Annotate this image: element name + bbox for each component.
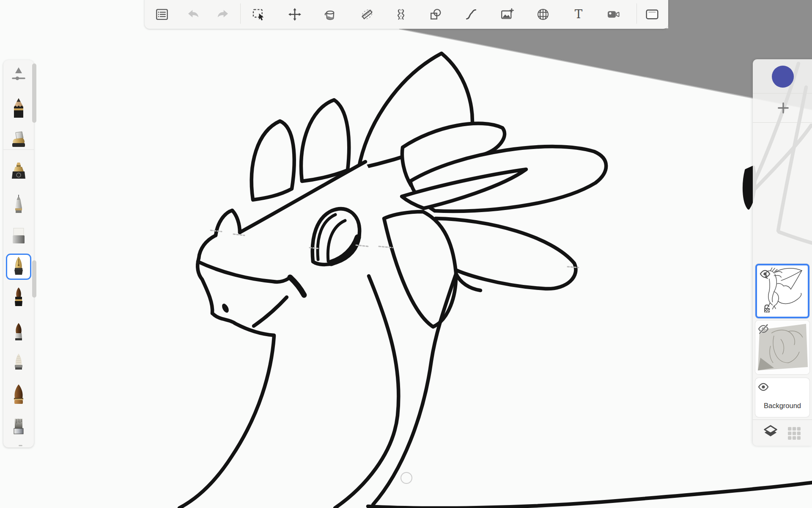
layers-panel: Background — [753, 59, 812, 446]
app-window: T — [0, 0, 812, 508]
tool-fountain-pen[interactable] — [8, 254, 30, 279]
undo-icon — [186, 7, 200, 22]
redo-button — [214, 5, 232, 24]
symmetry-button[interactable] — [392, 5, 410, 24]
marker-tool-icon — [9, 161, 28, 183]
layer-item-dragon[interactable] — [755, 264, 809, 318]
stroke-size-tool-icon — [9, 64, 28, 86]
image-add-icon — [500, 7, 514, 22]
menu-list-icon — [155, 7, 169, 22]
layers-stack-icon — [762, 423, 779, 440]
camera-button[interactable] — [604, 5, 623, 24]
tool-flat-brush[interactable] — [8, 415, 30, 440]
tool-panel-handle[interactable] — [19, 445, 22, 446]
flat-brush-tool-icon — [9, 417, 28, 439]
tool-fineliner[interactable] — [8, 192, 30, 217]
perspective-grid-icon — [536, 7, 550, 22]
top-toolbar: T — [145, 0, 668, 29]
pencil-tool-icon — [9, 97, 28, 119]
eraser-tool-icon — [9, 225, 28, 247]
layers-view-button[interactable] — [762, 423, 779, 439]
drawing-canvas[interactable] — [0, 0, 812, 508]
fill-bucket-icon — [323, 7, 337, 22]
symmetry-icon — [394, 7, 408, 22]
text-button[interactable]: T — [569, 5, 588, 24]
layer-visibility-toggle[interactable] — [759, 268, 771, 278]
layer-visibility-toggle[interactable] — [757, 323, 769, 333]
shapes-icon — [428, 7, 443, 22]
add-layer-button[interactable] — [776, 100, 791, 116]
layer-item-background[interactable]: Background — [755, 378, 809, 417]
alpha-lock-icon[interactable] — [761, 303, 772, 314]
brush-pen-tool-icon — [9, 286, 28, 308]
layer-visibility-toggle[interactable] — [757, 381, 769, 391]
eye-off-icon — [757, 323, 769, 335]
active-color-swatch[interactable] — [772, 66, 794, 88]
curve-button[interactable] — [462, 5, 480, 24]
perspective-button[interactable] — [534, 5, 552, 24]
tool-round-brush[interactable] — [8, 320, 30, 345]
svg-text:T: T — [575, 7, 583, 21]
redo-icon — [216, 7, 230, 22]
camera-icon — [606, 7, 620, 22]
gallery-grid-button[interactable] — [786, 424, 803, 440]
tool-stroke-size[interactable] — [8, 63, 30, 88]
stylus-cursor-ring — [401, 472, 412, 484]
dry-brush-tool-icon — [9, 352, 28, 374]
move-icon — [288, 7, 302, 22]
grid-icon — [786, 424, 803, 441]
tool-scrollbar[interactable] — [32, 64, 36, 123]
brush-tool-panel — [3, 60, 34, 447]
ruler-button[interactable] — [358, 5, 376, 24]
tool-chisel-marker[interactable] — [8, 129, 30, 153]
tool-marker[interactable] — [8, 160, 30, 185]
undo-button — [184, 5, 203, 24]
canvas-button[interactable] — [643, 5, 661, 24]
ruler-icon — [360, 7, 374, 22]
select-button[interactable] — [250, 5, 268, 24]
toolbar-divider — [636, 3, 637, 24]
shapes-button[interactable] — [426, 5, 445, 24]
move-button[interactable] — [285, 5, 304, 24]
tool-brush-pen[interactable] — [8, 285, 30, 309]
select-icon — [252, 7, 266, 22]
tool-scrollbar[interactable] — [32, 260, 36, 298]
background-layer-label: Background — [755, 402, 809, 410]
text-icon: T — [571, 7, 586, 22]
plus-icon — [776, 100, 791, 116]
fill-button[interactable] — [321, 5, 339, 24]
pointed-brush-tool-icon — [9, 384, 28, 406]
dragon-line-art — [179, 53, 812, 508]
tool-dry-brush[interactable] — [8, 351, 30, 375]
tool-pointed-brush[interactable] — [8, 382, 30, 407]
fineliner-tool-icon — [9, 193, 28, 215]
toolbar-divider — [240, 3, 241, 24]
insert-image-button[interactable] — [498, 5, 516, 24]
eye-icon — [757, 381, 769, 393]
menu-button[interactable] — [153, 5, 171, 24]
chisel-marker-tool-icon — [9, 130, 28, 152]
layer-item-photo[interactable] — [755, 320, 809, 374]
curve-icon — [464, 7, 478, 22]
round-brush-tool-icon — [9, 321, 28, 343]
canvas-frame-icon — [645, 7, 659, 22]
tool-eraser[interactable] — [8, 224, 30, 248]
fountain-pen-tool-icon — [9, 256, 28, 278]
eye-icon — [759, 268, 771, 280]
tool-pencil[interactable] — [8, 96, 30, 120]
